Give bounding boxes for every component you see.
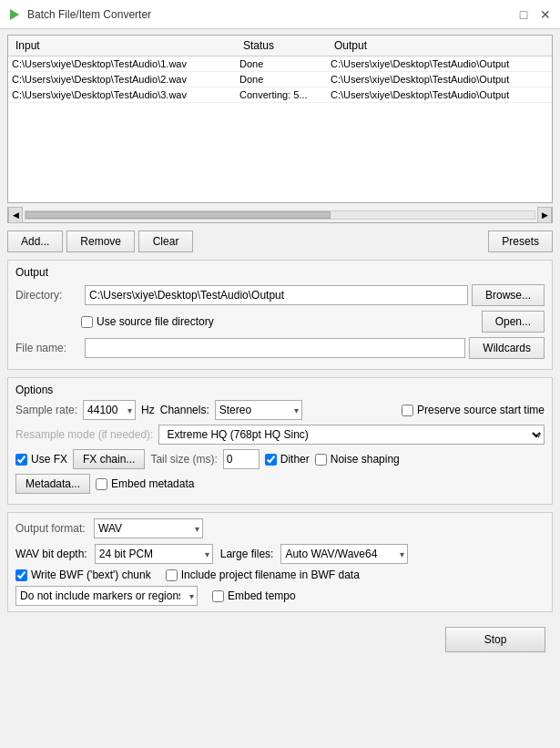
dither-text: Dither bbox=[280, 453, 310, 466]
scroll-left-button[interactable]: ◀ bbox=[8, 207, 23, 223]
channels-select[interactable]: Stereo Mono Multi-channel bbox=[215, 400, 302, 420]
options-section: Options Sample rate: 44100 Hz Channels: … bbox=[7, 377, 553, 505]
use-fx-text: Use FX bbox=[31, 453, 67, 466]
file-list-body[interactable]: C:\Users\xiye\Desktop\TestAudio\1.wav Do… bbox=[8, 56, 552, 201]
filename-row: File name: Wildcards bbox=[15, 337, 545, 359]
output-section: Output Directory: Browse... Use source f… bbox=[7, 260, 553, 370]
file-list-container: Input Status Output C:\Users\xiye\Deskto… bbox=[7, 35, 553, 203]
title-bar: Batch File/Item Converter □ ✕ bbox=[0, 0, 560, 29]
scroll-right-button[interactable]: ▶ bbox=[537, 207, 552, 223]
embed-metadata-label[interactable]: Embed metadata bbox=[96, 477, 194, 490]
add-button[interactable]: Add... bbox=[7, 231, 63, 252]
wav-options-grid: WAV bit depth: 24 bit PCM Large files: A… bbox=[15, 544, 545, 606]
write-bwf-checkbox[interactable] bbox=[15, 569, 27, 581]
include-project-checkbox[interactable] bbox=[166, 569, 178, 581]
metadata-row: Metadata... Embed metadata bbox=[15, 474, 545, 494]
embed-metadata-text: Embed metadata bbox=[111, 477, 194, 490]
bit-depth-select[interactable]: 24 bit PCM bbox=[95, 544, 213, 564]
svg-marker-0 bbox=[10, 9, 19, 20]
wav-section: Output format: WAV WAV bit depth: 24 bit… bbox=[7, 512, 553, 612]
source-dir-row: Use source file directory Open... bbox=[15, 311, 545, 333]
file-list-header: Input Status Output bbox=[8, 36, 552, 56]
use-source-label: Use source file directory bbox=[97, 315, 214, 328]
minimize-button[interactable]: □ bbox=[516, 7, 531, 22]
output-format-wrapper: WAV bbox=[94, 518, 203, 538]
channels-wrapper: Stereo Mono Multi-channel bbox=[215, 400, 302, 420]
options-section-label: Options bbox=[15, 384, 545, 396]
noise-shaping-checkbox[interactable] bbox=[315, 454, 327, 466]
main-content: Input Status Output C:\Users\xiye\Deskto… bbox=[0, 29, 560, 663]
embed-tempo-checkbox[interactable] bbox=[212, 590, 224, 602]
bit-depth-row: WAV bit depth: 24 bit PCM Large files: A… bbox=[15, 544, 545, 564]
col-output: Output bbox=[331, 37, 548, 54]
open-button[interactable]: Open... bbox=[482, 311, 545, 333]
table-row[interactable]: C:\Users\xiye\Desktop\TestAudio\3.wav Co… bbox=[8, 87, 552, 103]
row2-output: C:\Users\xiye\Desktop\TestAudio\Output bbox=[327, 72, 552, 87]
directory-label: Directory: bbox=[15, 289, 81, 302]
large-files-wrapper: Auto WAV/Wave64 bbox=[280, 544, 408, 564]
write-bwf-text: Write BWF ('bext') chunk bbox=[31, 569, 151, 581]
row1-output: C:\Users\xiye\Desktop\TestAudio\Output bbox=[327, 56, 552, 71]
sample-rate-row: Sample rate: 44100 Hz Channels: Stereo M… bbox=[15, 400, 545, 420]
include-project-label[interactable]: Include project filename in BWF data bbox=[166, 569, 360, 581]
output-format-select[interactable]: WAV bbox=[94, 518, 203, 538]
directory-input[interactable] bbox=[85, 285, 468, 305]
app-icon bbox=[7, 7, 22, 22]
noise-shaping-label[interactable]: Noise shaping bbox=[315, 453, 400, 466]
row2-status: Done bbox=[236, 72, 327, 87]
row3-output: C:\Users\xiye\Desktop\TestAudio\Output bbox=[327, 87, 552, 102]
footer: Stop bbox=[7, 621, 553, 658]
use-fx-label[interactable]: Use FX bbox=[15, 453, 67, 466]
horizontal-scrollbar[interactable]: ◀ ▶ bbox=[7, 207, 553, 223]
table-row[interactable]: C:\Users\xiye\Desktop\TestAudio\1.wav Do… bbox=[8, 56, 552, 72]
embed-metadata-checkbox[interactable] bbox=[96, 478, 107, 490]
sample-rate-label: Sample rate: bbox=[15, 404, 77, 416]
embed-tempo-label[interactable]: Embed tempo bbox=[212, 589, 296, 602]
preserve-label[interactable]: Preserve source start time bbox=[402, 404, 545, 416]
row1-status: Done bbox=[236, 56, 327, 71]
fx-chain-button[interactable]: FX chain... bbox=[73, 449, 145, 469]
tail-size-input[interactable] bbox=[223, 449, 260, 469]
markers-select[interactable]: Do not include markers or regions bbox=[15, 586, 198, 606]
markers-wrapper: Do not include markers or regions bbox=[15, 586, 198, 606]
large-files-select[interactable]: Auto WAV/Wave64 bbox=[280, 544, 408, 564]
resample-select[interactable]: Extreme HQ (768pt HQ Sinc) bbox=[158, 425, 545, 445]
tail-size-label: Tail size (ms): bbox=[150, 453, 217, 466]
channels-label: Channels: bbox=[160, 404, 209, 416]
bit-depth-label: WAV bit depth: bbox=[15, 548, 87, 560]
use-source-checkbox[interactable] bbox=[81, 316, 93, 328]
markers-row: Do not include markers or regions Embed … bbox=[15, 586, 545, 606]
scroll-thumb[interactable] bbox=[25, 211, 331, 219]
bwf-row: Write BWF ('bext') chunk Include project… bbox=[15, 569, 545, 581]
scroll-track[interactable] bbox=[25, 210, 535, 220]
wildcards-button[interactable]: Wildcards bbox=[469, 337, 545, 359]
use-source-checkbox-label[interactable]: Use source file directory bbox=[81, 315, 214, 328]
resample-wrapper: Extreme HQ (768pt HQ Sinc) bbox=[158, 425, 545, 445]
col-status: Status bbox=[239, 37, 331, 54]
preserve-checkbox[interactable] bbox=[402, 405, 413, 416]
metadata-button[interactable]: Metadata... bbox=[15, 474, 90, 494]
close-button[interactable]: ✕ bbox=[538, 7, 553, 22]
clear-button[interactable]: Clear bbox=[138, 231, 193, 252]
toolbar: Add... Remove Clear Presets bbox=[7, 231, 553, 252]
write-bwf-label[interactable]: Write BWF ('bext') chunk bbox=[15, 569, 151, 581]
fx-row: Use FX FX chain... Tail size (ms): Dithe… bbox=[15, 449, 545, 469]
table-row[interactable]: C:\Users\xiye\Desktop\TestAudio\2.wav Do… bbox=[8, 72, 552, 87]
row1-input: C:\Users\xiye\Desktop\TestAudio\1.wav bbox=[8, 56, 236, 71]
dither-label[interactable]: Dither bbox=[265, 453, 310, 466]
dither-checkbox[interactable] bbox=[265, 454, 277, 466]
row3-input: C:\Users\xiye\Desktop\TestAudio\3.wav bbox=[8, 87, 236, 102]
row3-status: Converting: 5... bbox=[236, 87, 327, 102]
stop-button[interactable]: Stop bbox=[445, 627, 545, 652]
preserve-text: Preserve source start time bbox=[417, 404, 545, 416]
use-fx-checkbox[interactable] bbox=[15, 454, 27, 466]
presets-button[interactable]: Presets bbox=[488, 231, 553, 252]
window-controls: □ ✕ bbox=[516, 7, 553, 22]
browse-button[interactable]: Browse... bbox=[472, 284, 545, 306]
sample-rate-select[interactable]: 44100 bbox=[83, 400, 136, 420]
remove-button[interactable]: Remove bbox=[66, 231, 135, 252]
filename-input[interactable] bbox=[85, 338, 465, 358]
resample-row: Resample mode (if needed): Extreme HQ (7… bbox=[15, 425, 545, 445]
bit-depth-wrapper: 24 bit PCM bbox=[95, 544, 213, 564]
noise-shaping-text: Noise shaping bbox=[331, 453, 400, 466]
